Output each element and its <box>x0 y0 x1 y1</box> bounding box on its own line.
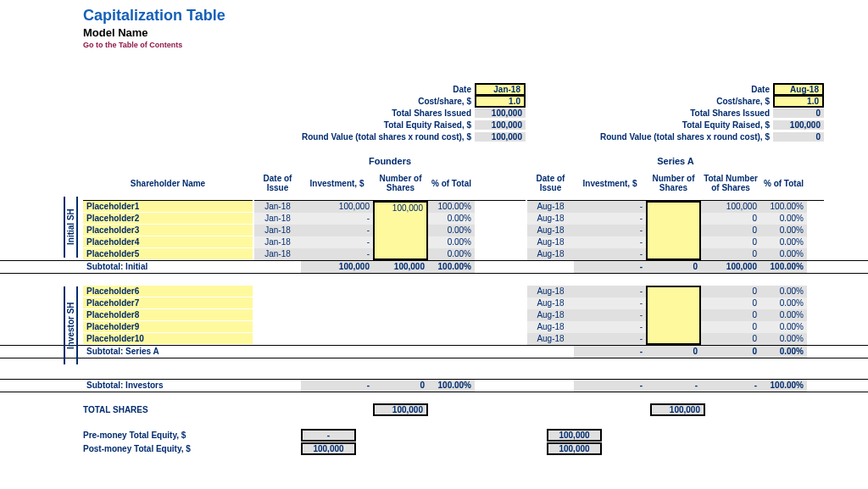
pre-money-label: Pre-money Total Equity, $ <box>83 431 253 440</box>
num-shares-input[interactable] <box>646 321 701 333</box>
sub-inv-f-num: 0 <box>373 380 428 392</box>
rv-label: Round Value (total shares x round cost),… <box>302 132 475 142</box>
num-shares-input[interactable] <box>646 297 701 309</box>
date-cell: Aug-18 <box>527 333 574 345</box>
sub-inv-s-num: - <box>646 380 701 392</box>
sub-seriesa-num: 0 <box>646 346 701 358</box>
shareholder-name[interactable]: Placeholder8 <box>83 309 253 321</box>
inv-cell: - <box>574 225 646 236</box>
pct-cell: 0.00% <box>760 236 807 248</box>
num-shares-input[interactable] <box>646 225 701 236</box>
col-total-num: Total Number of Shares <box>701 166 760 200</box>
sub-initial-f-inv: 100,000 <box>301 261 373 273</box>
pre-money-seriesa: 100,000 <box>547 429 602 442</box>
pct-cell: 0.00% <box>428 225 475 236</box>
num-shares-input[interactable] <box>646 286 701 297</box>
inv-cell: - <box>574 321 646 333</box>
total-shares-seriesa: 100,000 <box>650 403 705 416</box>
num-shares-input[interactable] <box>646 248 701 260</box>
shareholder-name[interactable]: Placeholder7 <box>83 297 253 309</box>
num-shares-input[interactable] <box>646 309 701 321</box>
cost-label: Cost/share, $ <box>716 97 773 106</box>
num-shares-input[interactable] <box>373 248 428 260</box>
shareholder-name[interactable]: Placeholder4 <box>83 236 253 248</box>
num-shares-input[interactable] <box>373 213 428 225</box>
sub-seriesa-inv: - <box>574 346 646 358</box>
seriesa-equity: 100,000 <box>773 120 824 130</box>
num-shares-input[interactable] <box>646 201 701 213</box>
equity-label: Total Equity Raised, $ <box>682 120 773 130</box>
pre-money-founders: - <box>301 429 356 442</box>
date-cell: Aug-18 <box>527 286 574 297</box>
sub-initial-s-pct: 100.00% <box>760 261 807 273</box>
date-cell: Jan-18 <box>254 201 301 213</box>
date-cell: Aug-18 <box>527 248 574 260</box>
pct-cell: 0.00% <box>428 236 475 248</box>
inv-cell: - <box>574 236 646 248</box>
num-shares-input[interactable] <box>373 236 428 248</box>
sub-initial-s-num: 0 <box>646 261 701 273</box>
shareholder-name[interactable]: Placeholder6 <box>83 286 253 297</box>
sub-initial-f-pct: 100.00% <box>428 261 475 273</box>
inv-cell: - <box>574 333 646 345</box>
post-money-seriesa: 100,000 <box>547 442 602 455</box>
total-shares-cell: 0 <box>701 321 760 333</box>
seriesa-rv: 0 <box>773 132 824 142</box>
toc-link[interactable]: Go to the Table of Contents <box>83 41 868 49</box>
pct-cell: 100.00% <box>760 201 807 213</box>
sub-initial-s-tot: 100,000 <box>701 261 760 273</box>
date-cell: Aug-18 <box>527 225 574 236</box>
date-cell: Aug-18 <box>527 201 574 213</box>
date-cell: Aug-18 <box>527 321 574 333</box>
sub-inv-f-pct: 100.00% <box>428 380 475 392</box>
num-shares-input[interactable] <box>373 225 428 236</box>
num-shares-input[interactable] <box>646 213 701 225</box>
shareholder-name[interactable]: Placeholder10 <box>83 333 253 345</box>
pct-cell: 0.00% <box>760 309 807 321</box>
model-name: Model Name <box>83 26 868 39</box>
num-shares-input[interactable] <box>646 333 701 345</box>
founders-summary: DateJan-18 Cost/share, $1.0 Total Shares… <box>254 83 526 142</box>
shareholder-name[interactable]: Placeholder5 <box>83 248 253 260</box>
inv-cell: - <box>301 248 373 260</box>
pct-cell: 0.00% <box>760 225 807 236</box>
inv-cell: - <box>301 225 373 236</box>
col-pct: % of Total <box>428 166 475 200</box>
subtotal-investors-label: Subtotal: Investors <box>83 380 253 392</box>
sub-inv-f-inv: - <box>301 380 373 392</box>
founders-shares: 100,000 <box>475 108 526 118</box>
inv-cell: - <box>574 297 646 309</box>
seriesa-cost[interactable]: 1.0 <box>773 95 824 108</box>
sub-inv-s-pct: 100.00% <box>760 380 807 392</box>
seriesa-date[interactable]: Aug-18 <box>773 83 824 96</box>
shareholder-name[interactable]: Placeholder3 <box>83 225 253 236</box>
shareholder-name[interactable]: Placeholder2 <box>83 213 253 225</box>
shareholder-name[interactable]: Placeholder1 <box>83 201 253 213</box>
num-shares-input[interactable] <box>646 236 701 248</box>
post-money-label: Post-money Total Equity, $ <box>83 444 253 453</box>
founders-rv: 100,000 <box>475 132 526 142</box>
col-shareholder: Shareholder Name <box>83 166 253 200</box>
cost-label: Cost/share, $ <box>418 97 475 106</box>
date-cell: Jan-18 <box>254 225 301 236</box>
total-shares-cell: 0 <box>701 213 760 225</box>
date-cell: Jan-18 <box>254 213 301 225</box>
pct-cell: 0.00% <box>760 321 807 333</box>
total-shares-cell: 0 <box>701 297 760 309</box>
date-label: Date <box>453 85 475 94</box>
founders-date[interactable]: Jan-18 <box>475 83 526 96</box>
seriesa-shares: 0 <box>773 108 824 118</box>
pct-cell: 0.00% <box>760 248 807 260</box>
col-date: Date of Issue <box>254 166 301 200</box>
initial-sh-label: Initial SH <box>64 197 78 258</box>
shareholder-name[interactable]: Placeholder9 <box>83 321 253 333</box>
pct-cell: 0.00% <box>428 213 475 225</box>
seriesa-summary: DateAug-18 Cost/share, $1.0 Total Shares… <box>527 83 824 142</box>
col-date: Date of Issue <box>527 166 574 200</box>
inv-cell: 100,000 <box>301 201 373 213</box>
total-shares-cell: 0 <box>701 248 760 260</box>
founders-equity: 100,000 <box>475 120 526 130</box>
sub-inv-s-inv: - <box>574 380 646 392</box>
founders-cost[interactable]: 1.0 <box>475 95 526 108</box>
num-shares-input[interactable]: 100,000 <box>373 201 428 213</box>
